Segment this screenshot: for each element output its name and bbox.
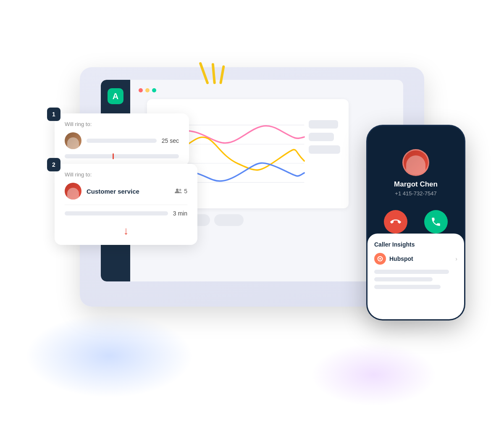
ring-label-2: Will ring to: xyxy=(65,171,187,178)
customer-service-label: Customer service xyxy=(87,188,139,195)
red-arrow: ↓ xyxy=(65,224,187,237)
avatar-2 xyxy=(65,183,81,200)
time-row-2: 3 min xyxy=(65,210,187,217)
caller-number: +1 415-732-7547 xyxy=(395,190,436,197)
insights-lines xyxy=(374,270,457,289)
phone-screen: Margot Chen +1 415-732-7547 xyxy=(368,126,464,319)
people-icon xyxy=(175,188,182,194)
hubspot-label: Hubspot xyxy=(389,255,413,262)
scene: 1 Will ring to: 25 sec 2 Will ring to: C… xyxy=(0,0,504,423)
divider-line xyxy=(65,205,187,205)
pill-bar-1 xyxy=(87,139,157,143)
accept-icon xyxy=(430,216,441,227)
phone-notch xyxy=(399,130,433,139)
ring-row-2: Customer service 5 xyxy=(65,183,187,200)
red-progress-1 xyxy=(65,154,179,158)
dot-yellow xyxy=(145,88,150,92)
placeholder-3 xyxy=(309,145,340,154)
step-badge-2: 2 xyxy=(47,158,60,171)
decline-button[interactable] xyxy=(384,210,407,234)
avatar-1 xyxy=(65,132,81,149)
phone-mockup: Margot Chen +1 415-732-7547 xyxy=(368,126,464,319)
accept-button[interactable] xyxy=(424,210,448,234)
app-logo xyxy=(108,88,123,104)
placeholder-1 xyxy=(309,120,338,129)
time-label-1: 25 sec xyxy=(162,137,179,144)
insight-line-1 xyxy=(374,270,449,274)
svg-point-4 xyxy=(176,189,178,191)
insights-title: Caller Insights xyxy=(374,241,457,248)
dot-green xyxy=(152,88,156,92)
hubspot-logo-icon xyxy=(377,255,383,262)
hubspot-icon xyxy=(374,253,386,265)
decline-icon xyxy=(390,216,401,227)
avatar-person-1 xyxy=(67,137,79,149)
ring-card-2: 2 Will ring to: Customer service 5 3 m xyxy=(55,164,197,245)
svg-point-7 xyxy=(379,258,381,260)
oval-3 xyxy=(214,214,244,226)
team-count: 5 xyxy=(175,188,187,194)
svg-point-5 xyxy=(179,189,181,191)
bg-glow-blue xyxy=(25,314,193,398)
placeholder-2 xyxy=(309,133,334,141)
ring-row-1: 25 sec xyxy=(65,132,179,149)
dot-red xyxy=(139,88,143,92)
insight-line-3 xyxy=(374,285,441,289)
progress-container-1 xyxy=(65,154,179,158)
time-label-2: 3 min xyxy=(173,210,187,217)
caller-section: Margot Chen +1 415-732-7547 xyxy=(368,126,464,235)
caller-avatar-inner xyxy=(406,155,425,175)
call-buttons xyxy=(384,210,448,234)
caller-avatar xyxy=(402,149,429,176)
team-count-label: 5 xyxy=(184,188,187,194)
insight-line-2 xyxy=(374,277,433,281)
avatar-person-2 xyxy=(67,188,79,200)
ring-label-1: Will ring to: xyxy=(65,121,179,127)
chevron-right-icon: › xyxy=(455,255,457,262)
right-placeholder xyxy=(309,120,340,154)
step-badge-1: 1 xyxy=(47,108,60,121)
insights-hubspot[interactable]: Hubspot › xyxy=(374,253,457,265)
ring-card-1: 1 Will ring to: 25 sec xyxy=(55,113,189,166)
insights-section: Caller Insights Hubspot › xyxy=(368,234,464,319)
caller-name: Margot Chen xyxy=(394,180,438,189)
bg-glow-purple xyxy=(311,343,437,406)
app-topbar xyxy=(139,88,395,92)
pill-bar-2 xyxy=(65,211,168,215)
